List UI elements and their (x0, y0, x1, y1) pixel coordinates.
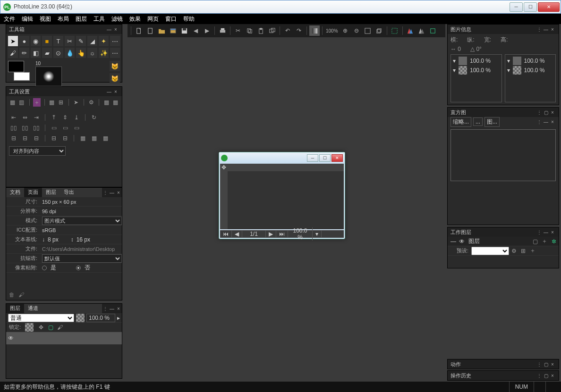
panel-minimize-icon[interactable]: — (543, 27, 549, 32)
page-last-icon[interactable]: ⏭ (276, 231, 288, 237)
baseline-val2[interactable]: 16 px (76, 236, 90, 243)
ts-add-icon[interactable]: ＋ (33, 98, 40, 107)
copy-merge-icon[interactable] (267, 25, 277, 36)
mode-select[interactable]: 图片模式 (42, 217, 122, 225)
tab-export[interactable]: 导出 (60, 188, 78, 197)
layers-icon[interactable] (374, 25, 384, 36)
panel-close-icon[interactable]: × (549, 27, 556, 32)
panel-menu-icon[interactable]: ⋮ (536, 373, 543, 378)
mask-a-icon[interactable]: 😺 (110, 61, 120, 71)
brush-tool-icon[interactable]: 🖌 (8, 48, 18, 58)
doc-zoom-value[interactable]: 100.0 % (288, 227, 313, 241)
tab-channels[interactable]: 通道 (24, 304, 42, 313)
preset-gear-icon[interactable]: ⚙ (509, 247, 518, 255)
open-file-icon[interactable] (156, 25, 167, 36)
copy-icon[interactable] (244, 25, 255, 36)
fill-tool-icon[interactable]: ▰ (42, 48, 52, 58)
paste-icon[interactable] (255, 25, 266, 36)
sparkle-tool-icon[interactable]: ✨ (99, 48, 109, 58)
rect-tool-icon[interactable]: ■ (42, 36, 52, 46)
menu-edit[interactable]: 编辑 (22, 15, 33, 23)
panel-close-icon[interactable]: × (549, 373, 556, 378)
panel-menu-icon[interactable]: ⋮ (536, 230, 543, 235)
dodge-tool-icon[interactable]: ☼ (87, 48, 97, 58)
new-blank-icon[interactable] (145, 25, 155, 36)
panel-close-icon[interactable]: × (549, 230, 556, 235)
space-v2-icon[interactable]: ⊟ (60, 134, 70, 142)
menu-view[interactable]: 视图 (40, 15, 51, 23)
gradient-icon[interactable] (309, 25, 320, 36)
color-swatches[interactable] (8, 61, 33, 81)
hist-subtab-1[interactable]: 缩略... (450, 117, 471, 127)
dist-h1-icon[interactable]: ▯▯ (9, 124, 18, 132)
curves-icon[interactable] (416, 25, 427, 36)
align-target-select[interactable]: 对齐到内容 (9, 146, 66, 156)
arrow-tool-icon[interactable]: ➤ (8, 36, 18, 46)
menu-help[interactable]: 帮助 (183, 15, 195, 23)
dist-v2-icon[interactable]: ▭ (60, 124, 70, 132)
wand-tool-icon[interactable]: ✦ (99, 36, 109, 46)
clone-tool-icon[interactable]: ⊙ (53, 48, 63, 58)
foreground-color-swatch[interactable] (8, 61, 24, 72)
more-tool2-icon[interactable]: ⋯ (110, 48, 120, 58)
next-icon[interactable]: ▶ (202, 25, 212, 36)
trash-icon[interactable]: 🗑 (9, 292, 15, 298)
page-prev-icon[interactable]: ◀ (232, 231, 242, 237)
panel-menu-icon[interactable]: ⋮ (102, 306, 109, 311)
aa-select[interactable]: 默认值 (42, 254, 122, 263)
panel-restore-icon[interactable]: ▢ (543, 110, 549, 115)
document-window[interactable]: ─ ☐ ✕ ✥ ⏮ ◀ 1/1 ▶ ⏭ 100.0 % ▾ (219, 152, 345, 239)
dist-v3-icon[interactable]: ▭ (72, 124, 81, 132)
crop-tool-icon[interactable]: ✂ (65, 36, 75, 46)
panel-minimize-icon[interactable]: — (109, 306, 115, 311)
menu-layer[interactable]: 图层 (76, 15, 87, 23)
more-tool-icon[interactable]: ⋯ (110, 36, 120, 46)
layer-item[interactable]: 👁 (6, 332, 122, 344)
lock-move-icon[interactable]: ✥ (36, 323, 46, 332)
panel-minimize-icon[interactable]: — (543, 230, 549, 235)
erase-tool-icon[interactable]: ◧ (31, 48, 41, 58)
ts-arrow-icon[interactable]: ➤ (73, 98, 80, 107)
tab-page[interactable]: 页面 (24, 188, 42, 197)
wl-fx-icon[interactable]: ✲ (549, 237, 559, 246)
browse-icon[interactable] (168, 25, 178, 36)
snap-no-radio[interactable] (76, 266, 81, 270)
doc-maximize-button[interactable]: ☐ (319, 154, 331, 162)
ellipse-tool-icon[interactable]: ● (19, 36, 29, 46)
text-tool-icon[interactable]: T (53, 36, 63, 46)
panel-menu-icon[interactable]: ⋮ (536, 119, 543, 125)
align-hcenter-icon[interactable]: ⇔ (20, 113, 30, 122)
menu-file[interactable]: 文件 (4, 15, 15, 23)
print-icon[interactable] (217, 25, 228, 36)
lock-all-icon[interactable]: 🖌 (55, 323, 65, 332)
ts-gear-icon[interactable]: ⚙ (88, 98, 95, 107)
ts-grid6-icon[interactable]: ▦ (112, 98, 119, 107)
space-h2-icon[interactable]: ⊟ (20, 134, 30, 142)
space-g2-icon[interactable]: ▦ (89, 134, 99, 142)
pencil-tool-icon[interactable]: ✏ (19, 48, 29, 58)
preset-add-icon[interactable]: ＋ (528, 247, 537, 255)
panel-minimize-icon[interactable]: — (106, 89, 112, 94)
ts-grid1-icon[interactable]: ▦ (9, 98, 16, 107)
doc-close-button[interactable]: ✕ (332, 154, 343, 162)
close-button[interactable]: ✕ (538, 2, 560, 12)
hist-subtab-3[interactable]: 图... (484, 117, 500, 127)
background-color-swatch[interactable] (14, 72, 30, 81)
panel-close-icon[interactable]: × (112, 27, 119, 32)
pen-tool-icon[interactable]: ✎ (76, 36, 86, 46)
work-layer-name[interactable]: 图层 (465, 237, 484, 245)
preset-select[interactable] (471, 247, 509, 255)
minimize-button[interactable]: ─ (510, 2, 523, 12)
panel-close-icon[interactable]: × (549, 362, 556, 367)
tab-layer[interactable]: 图层 (42, 188, 60, 197)
tab-document[interactable]: 文档 (6, 188, 24, 197)
levels-icon[interactable] (405, 25, 416, 36)
menu-tool[interactable]: 工具 (94, 15, 105, 23)
dist-h2-icon[interactable]: ▯▯ (20, 124, 30, 132)
crop-icon[interactable] (428, 25, 438, 36)
select-all-icon[interactable] (390, 25, 400, 36)
prev-icon[interactable]: ◀ (190, 25, 201, 36)
panel-menu-icon[interactable]: ⋮ (536, 27, 543, 32)
ts-grid5-icon[interactable]: ▦ (103, 98, 110, 107)
panel-menu-icon[interactable]: ⋮ (102, 190, 109, 195)
